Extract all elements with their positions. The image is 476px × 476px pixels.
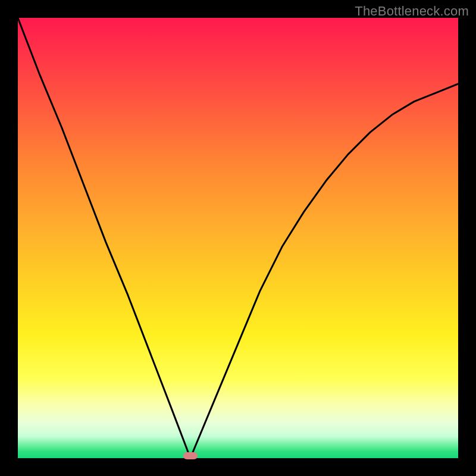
plot-area <box>18 18 458 458</box>
optimum-marker <box>183 452 198 459</box>
bottleneck-curve <box>18 18 458 458</box>
watermark-text: TheBottleneck.com <box>355 4 469 19</box>
chart-frame: TheBottleneck.com <box>0 0 476 476</box>
curve-path <box>18 18 458 458</box>
